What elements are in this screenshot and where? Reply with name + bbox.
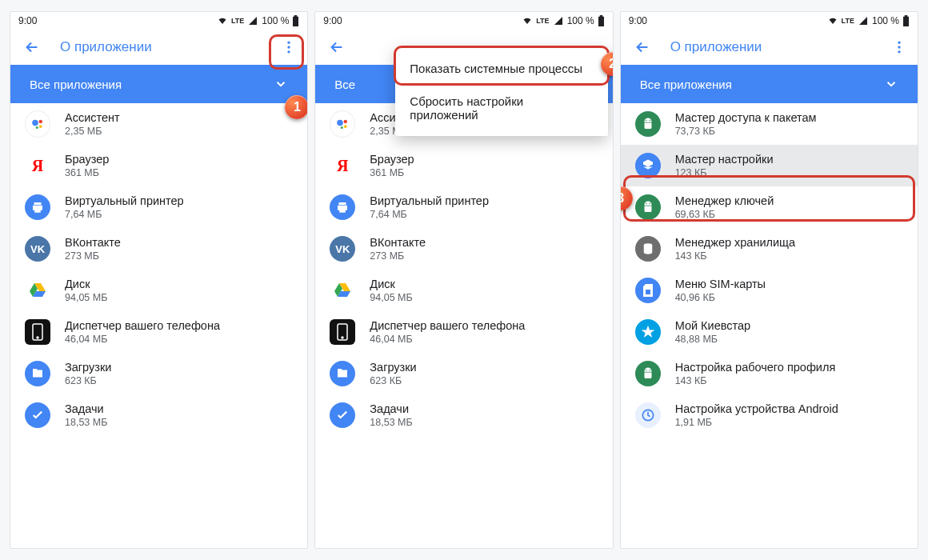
app-row[interactable]: Задачи 18,53 МБ <box>315 394 612 436</box>
svg-point-8 <box>37 337 38 338</box>
app-name: Загрузки <box>370 361 416 374</box>
svg-point-25 <box>649 370 650 371</box>
app-size: 623 КБ <box>370 375 416 386</box>
battery-pct: 100 % <box>262 15 289 26</box>
app-size: 48,88 МБ <box>675 334 750 345</box>
app-icon <box>635 153 661 178</box>
menu-reset-prefs[interactable]: Сбросить настройки приложений <box>395 85 607 131</box>
filter-label: Все приложения <box>640 78 732 91</box>
app-size: 18,53 МБ <box>370 417 412 428</box>
arrow-left-icon <box>634 38 651 56</box>
status-time: 9:00 <box>629 15 647 26</box>
back-button[interactable] <box>18 34 46 61</box>
svg-point-5 <box>39 125 42 128</box>
app-icon <box>330 111 355 137</box>
app-row[interactable]: Диспетчер вашего телефона 46,04 МБ <box>315 311 612 353</box>
app-name: Диск <box>370 278 412 290</box>
app-row[interactable]: Виртуальный принтер 7,64 МБ <box>10 186 307 228</box>
svg-point-18 <box>646 120 647 122</box>
app-size: 94,05 МБ <box>370 292 412 303</box>
app-icon <box>635 236 661 262</box>
app-icon <box>635 111 661 137</box>
overflow-button[interactable] <box>275 34 302 61</box>
app-row[interactable]: Мастер доступа к пакетам 73,73 КБ <box>621 103 918 145</box>
app-row[interactable]: Диспетчер вашего телефона 46,04 МБ <box>10 311 307 353</box>
app-row[interactable]: Меню SIM-карты 40,96 КБ <box>621 270 918 311</box>
app-name: Загрузки <box>65 361 111 374</box>
filter-bar[interactable]: Все приложения <box>10 65 307 103</box>
app-list: Мастер доступа к пакетам 73,73 КБ Мастер… <box>621 103 918 548</box>
app-icon <box>330 194 355 220</box>
overflow-button[interactable] <box>886 34 913 61</box>
app-name: Виртуальный принтер <box>65 194 184 207</box>
back-button[interactable] <box>323 34 350 61</box>
phone-screenshot-1: 9:00 LTE 100 % О приложении Все приложен… <box>10 11 308 549</box>
app-row[interactable]: Задачи 18,53 МБ <box>10 394 307 436</box>
app-name: ВКонтакте <box>370 236 426 249</box>
svg-point-11 <box>344 125 347 128</box>
app-icon: VK <box>330 236 355 262</box>
app-icon <box>635 319 661 345</box>
app-row[interactable]: Менеджер хранилища 143 КБ <box>621 228 918 270</box>
app-row[interactable]: Настройка устройства Android 1,91 МБ <box>621 394 918 436</box>
app-name: Задачи <box>65 402 107 415</box>
filter-label: Все <box>334 78 355 91</box>
svg-point-9 <box>338 120 344 126</box>
app-size: 69,63 КБ <box>675 209 774 220</box>
app-row[interactable]: Мой Киевстар 48,88 МБ <box>621 311 918 353</box>
svg-point-14 <box>342 337 343 338</box>
phone-screenshot-3: 9:00 LTE 100 % О приложении Все приложен… <box>620 11 918 549</box>
app-name: Мастер доступа к пакетам <box>675 111 817 124</box>
app-icon <box>25 361 50 386</box>
app-size: 273 МБ <box>65 250 121 262</box>
app-icon <box>635 361 661 386</box>
app-size: 46,04 МБ <box>65 334 220 345</box>
app-name: Диспетчер вашего телефона <box>370 319 525 332</box>
app-row[interactable]: VK ВКонтакте 273 МБ <box>315 228 612 270</box>
app-name: Браузер <box>370 153 414 166</box>
app-row[interactable]: Настройка рабочего профиля 143 КБ <box>621 353 918 394</box>
svg-point-17 <box>898 50 900 53</box>
app-row[interactable]: Диск 94,05 МБ <box>315 270 612 311</box>
app-row[interactable]: Я Браузер 361 МБ <box>10 145 307 186</box>
app-size: 143 КБ <box>675 375 836 386</box>
menu-show-system[interactable]: Показать системные процессы <box>395 52 607 85</box>
app-name: Менеджер ключей <box>675 194 774 207</box>
battery-icon <box>292 15 299 26</box>
battery-icon <box>902 15 910 26</box>
appbar-title: О приложении <box>60 39 261 55</box>
svg-point-24 <box>646 370 647 371</box>
app-size: 361 МБ <box>65 167 109 178</box>
app-size: 623 КБ <box>65 375 111 386</box>
app-name: Мастер настройки <box>675 153 774 166</box>
overflow-menu: Показать системные процессы Сбросить нас… <box>395 47 607 136</box>
lte-label: LTE <box>842 17 854 25</box>
arrow-left-icon <box>328 38 346 56</box>
app-size: 18,53 МБ <box>65 417 107 428</box>
app-icon <box>330 278 355 303</box>
app-size: 361 МБ <box>370 167 414 178</box>
app-name: Настройка устройства Android <box>675 402 838 415</box>
filter-label: Все приложения <box>30 78 122 91</box>
step-badge-1: 1 <box>285 95 308 119</box>
phone-screenshot-2: 9:00 LTE 100 % Все Ассистент 2,35 МБ <box>314 11 613 549</box>
app-row[interactable]: Загрузки 623 КБ <box>10 353 307 394</box>
app-icon <box>25 319 50 345</box>
app-row[interactable]: Менеджер ключей 69,63 КБ <box>621 186 918 228</box>
app-row[interactable]: Загрузки 623 КБ <box>315 353 612 394</box>
filter-bar[interactable]: Все приложения <box>621 65 918 103</box>
back-button[interactable] <box>629 34 656 61</box>
app-icon <box>25 402 50 428</box>
app-row[interactable]: VK ВКонтакте 273 МБ <box>10 228 307 270</box>
app-row[interactable]: Виртуальный принтер 7,64 МБ <box>315 186 612 228</box>
app-bar: О приложении <box>10 30 307 65</box>
app-icon <box>25 278 50 303</box>
battery-pct: 100 % <box>872 15 899 26</box>
app-row[interactable]: Ассистент 2,35 МБ <box>10 103 307 145</box>
app-row[interactable]: Мастер настройки 123 КБ <box>621 145 918 186</box>
app-row[interactable]: Диск 94,05 МБ <box>10 270 307 311</box>
battery-icon <box>598 15 605 26</box>
app-icon: VK <box>25 236 50 262</box>
app-size: 2,35 МБ <box>65 126 120 137</box>
app-row[interactable]: Я Браузер 361 МБ <box>315 145 612 186</box>
